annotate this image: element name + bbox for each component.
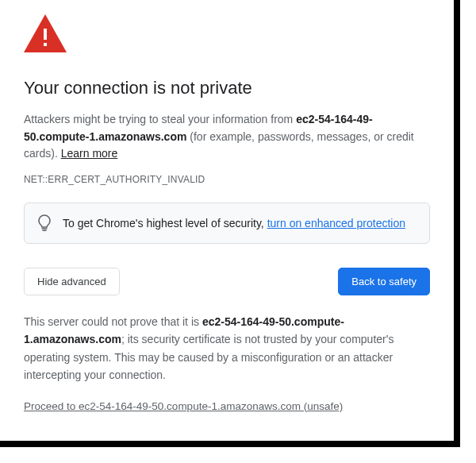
learn-more-link[interactable]: Learn more <box>61 147 118 160</box>
advanced-details: This server could not prove that it is e… <box>24 313 430 413</box>
warning-triangle-icon <box>24 14 67 52</box>
promo-text-wrap: To get Chrome's highest level of securit… <box>63 217 405 230</box>
promo-text: To get Chrome's highest level of securit… <box>63 217 267 230</box>
svg-rect-1 <box>44 43 47 46</box>
proceed-suffix: (unsafe) <box>301 400 343 412</box>
enhanced-protection-promo: To get Chrome's highest level of securit… <box>24 203 430 244</box>
proceed-unsafe-link[interactable]: Proceed to ec2-54-164-49-50.compute-1.am… <box>24 400 343 412</box>
adv-prefix: This server could not prove that it is <box>24 315 202 328</box>
desc-prefix: Attackers might be trying to steal your … <box>24 113 296 125</box>
page-title: Your connection is not private <box>24 78 430 98</box>
lightbulb-icon <box>37 214 52 232</box>
warning-description: Attackers might be trying to steal your … <box>24 111 430 163</box>
error-code: NET::ERR_CERT_AUTHORITY_INVALID <box>24 174 430 185</box>
hide-advanced-button[interactable]: Hide advanced <box>24 268 120 295</box>
back-to-safety-button[interactable]: Back to safety <box>338 268 430 295</box>
svg-rect-0 <box>44 29 47 40</box>
proceed-host: ec2-54-164-49-50.compute-1.amazonaws.com <box>79 400 301 412</box>
proceed-prefix: Proceed to <box>24 400 79 412</box>
enhanced-protection-link[interactable]: turn on enhanced protection <box>267 217 405 230</box>
advanced-paragraph: This server could not prove that it is e… <box>24 313 430 384</box>
ssl-error-page: Your connection is not private Attackers… <box>0 0 454 441</box>
button-row: Hide advanced Back to safety <box>24 268 430 295</box>
